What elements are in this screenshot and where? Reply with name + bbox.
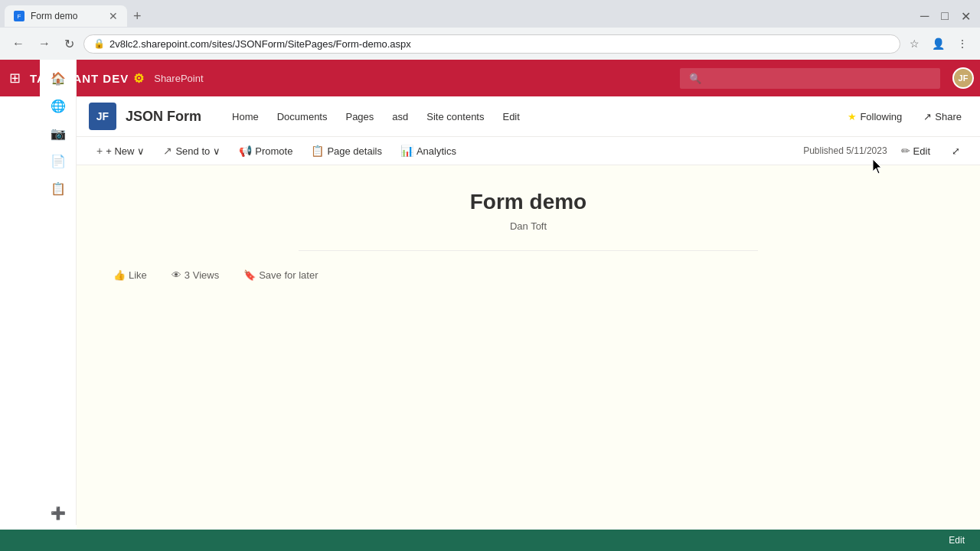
sites-nav-icon[interactable]: 🌐 (46, 93, 70, 118)
page-details-button[interactable]: 📋 Page details (303, 140, 390, 161)
site-title: JSON Form (126, 109, 201, 125)
gear-icon: ⚙ (133, 71, 145, 86)
expand-icon: ⤢ (952, 145, 960, 157)
top-right-actions: JF (952, 67, 974, 89)
site-navigation: Home Documents Pages asd Site contents E… (223, 105, 529, 129)
like-button[interactable]: 👍 Like (107, 266, 153, 284)
suite-name: SharePoint (154, 73, 203, 84)
lists-nav-icon[interactable]: 📋 (46, 176, 70, 201)
nav-site-contents[interactable]: Site contents (417, 105, 493, 129)
url-text: 2v8lc2.sharepoint.com/sites/JSONForm/Sit… (109, 38, 890, 50)
lock-icon: 🔒 (93, 38, 105, 49)
command-bar: + + New ∨ ↗ Send to ∨ 📢 Promote 📋 Page d… (77, 137, 980, 165)
like-label: Like (129, 269, 147, 281)
nav-pages[interactable]: Pages (336, 105, 383, 129)
sp-top-bar: ⊞ TANDDANT DEV ⚙ SharePoint JF (0, 60, 980, 96)
tab-close-button[interactable]: ✕ (109, 10, 118, 22)
analytics-icon: 📊 (400, 145, 413, 157)
send-chevron-icon: ∨ (213, 145, 220, 157)
analytics-button[interactable]: 📊 Analytics (393, 140, 464, 161)
promote-label: Promote (255, 145, 292, 157)
promote-button[interactable]: 📢 Promote (231, 140, 300, 161)
back-button[interactable]: ← (8, 34, 29, 54)
share-button[interactable]: ↗ Share (917, 106, 968, 127)
analytics-label: Analytics (416, 145, 456, 157)
address-bar[interactable]: 🔒 2v8lc2.sharepoint.com/sites/JSONForm/S… (83, 34, 900, 54)
nav-asd[interactable]: asd (383, 105, 417, 129)
new-chevron-icon: ∨ (137, 145, 145, 157)
following-label: Following (860, 111, 902, 122)
waffle-button[interactable]: ⊞ (6, 67, 24, 90)
site-logo: JF (89, 103, 116, 130)
nav-home[interactable]: Home (223, 105, 268, 129)
maximize-button[interactable]: □ (936, 6, 953, 27)
edit-page-button[interactable]: ✏ Edit (893, 140, 938, 161)
new-tab-button[interactable]: + (127, 8, 148, 24)
forward-button[interactable]: → (34, 34, 55, 54)
like-icon: 👍 (113, 269, 126, 281)
bookmark-icon: 🔖 (243, 269, 256, 281)
new-label: + New (106, 145, 134, 157)
save-for-later-button[interactable]: 🔖 Save for later (237, 266, 324, 284)
tab-favicon: F (14, 11, 24, 21)
tab-title: Form demo (31, 11, 77, 21)
views-label: 3 Views (185, 269, 219, 281)
nav-documents[interactable]: Documents (268, 105, 337, 129)
send-to-label: Send to (175, 145, 210, 157)
minimize-button[interactable]: ─ (916, 6, 933, 27)
new-button[interactable]: + + New ∨ (89, 140, 152, 161)
expand-button[interactable]: ⤢ (944, 141, 968, 161)
site-header: JF JSON Form Home Documents Pages asd Si… (77, 96, 980, 137)
sp-content-area: JF JSON Form Home Documents Pages asd Si… (77, 96, 980, 551)
sp-app-bar: 🏠 🌐 📷 📄 📋 ➕ (40, 60, 77, 525)
save-for-later-label: Save for later (259, 269, 318, 281)
edit-label: Edit (913, 145, 930, 157)
send-to-button[interactable]: ↗ Send to ∨ (155, 140, 228, 161)
share-icon: ↗ (923, 111, 932, 122)
cmd-right-actions: Published 5/11/2023 ✏ Edit ⤢ (803, 140, 968, 161)
new-icon: + (96, 145, 103, 157)
pages-nav-icon[interactable]: 📄 (46, 148, 70, 173)
edit-icon: ✏ (901, 145, 910, 157)
refresh-button[interactable]: ↻ (60, 34, 79, 54)
page-content: Form demo Dan Toft 👍 Like 👁 3 Views 🔖 Sa… (77, 165, 980, 471)
page-details-label: Page details (327, 145, 382, 157)
share-label: Share (935, 111, 962, 122)
page-actions: 👍 Like 👁 3 Views 🔖 Save for later (107, 266, 949, 293)
views-button[interactable]: 👁 3 Views (165, 266, 225, 284)
user-avatar-button[interactable]: JF (952, 67, 974, 89)
media-nav-icon[interactable]: 📷 (46, 121, 70, 145)
nav-edit[interactable]: Edit (493, 105, 528, 129)
send-icon: ↗ (163, 145, 172, 157)
status-edit-button[interactable]: Edit (942, 533, 971, 547)
site-header-right: ★ Following ↗ Share (841, 106, 968, 127)
star-icon: ★ (848, 111, 857, 122)
published-text: Published 5/11/2023 (803, 145, 887, 156)
global-search-input[interactable] (680, 68, 940, 89)
views-icon: 👁 (172, 269, 181, 281)
page-divider (299, 250, 758, 251)
promote-icon: 📢 (239, 145, 252, 157)
browser-menu-button[interactable]: ⋮ (952, 34, 972, 53)
browser-tab[interactable]: F Form demo ✕ (5, 5, 127, 27)
close-window-button[interactable]: ✕ (956, 6, 975, 27)
home-nav-icon[interactable]: 🏠 (46, 66, 70, 90)
browser-extensions-button[interactable]: ☆ (905, 34, 924, 53)
page-author: Dan Toft (107, 220, 949, 232)
add-nav-icon[interactable]: ➕ (46, 500, 70, 525)
page-title: Form demo (107, 190, 949, 214)
following-button[interactable]: ★ Following (841, 106, 908, 127)
status-bar: Edit (0, 530, 980, 551)
browser-profile-button[interactable]: 👤 (927, 34, 949, 53)
page-details-icon: 📋 (311, 145, 324, 157)
